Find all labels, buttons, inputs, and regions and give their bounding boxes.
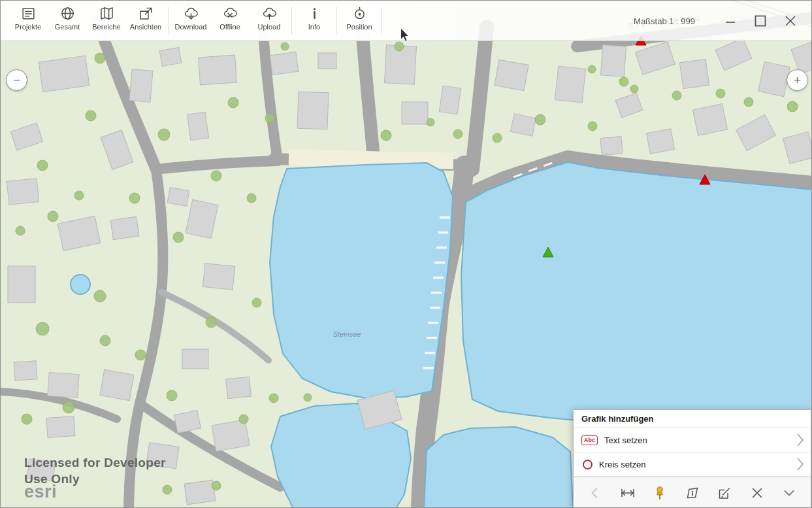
chevron-right-icon (796, 433, 804, 447)
info-icon (306, 5, 323, 22)
grafik-panel: Grafik hinzufügen Abc Text setzen Kreis … (573, 409, 811, 507)
menu-item-kreis-setzen[interactable]: Kreis setzen (574, 452, 811, 477)
zoom-in-glyph: + (794, 73, 801, 88)
polygon-info-button[interactable] (681, 482, 704, 504)
chevron-right-icon (796, 457, 804, 471)
toolbar-button-projekte[interactable]: Projekte (8, 5, 48, 39)
cloud-upload-icon (261, 5, 278, 22)
cloud-download-icon (183, 5, 199, 22)
menu-item-label: Kreis setzen (599, 460, 796, 469)
zoom-out-button[interactable]: − (6, 69, 27, 91)
cloud-offline-icon (222, 5, 238, 22)
toolbar-button-position[interactable]: Position (340, 5, 379, 39)
menu-item-text-setzen[interactable]: Abc Text setzen (574, 428, 811, 452)
zoom-in-button[interactable]: + (787, 69, 808, 91)
menu-item-label: Text setzen (604, 435, 796, 445)
panel-title: Grafik hinzufügen (574, 410, 811, 428)
collapse-button[interactable] (778, 482, 800, 504)
back-icon (587, 485, 603, 501)
toolbar-divider (336, 7, 337, 35)
toolbar-right: Maßstab 1 : 999 (634, 5, 805, 37)
panel-footer-toolbar (574, 477, 811, 508)
edit-icon (717, 485, 732, 501)
toolbar-button-ansichten[interactable]: Ansichten (126, 5, 165, 39)
toolbar-button-bereiche[interactable]: Bereiche (87, 5, 126, 39)
back-button[interactable] (584, 482, 606, 504)
zoom-out-glyph: − (13, 73, 20, 88)
measure-icon (620, 485, 636, 501)
toolbar-button-download[interactable]: Download (171, 5, 210, 39)
toolbar-button-label: Download (175, 23, 207, 31)
top-toolbar: Projekte Gesamt Bereiche Ansichten Downl… (1, 1, 811, 41)
projects-icon (20, 5, 37, 22)
toolbar-button-label: Offline (219, 23, 240, 31)
text-abc-icon: Abc (581, 435, 598, 445)
lake-label: Steinsee (333, 330, 361, 338)
close-x-icon (749, 485, 765, 501)
toolbar-button-info[interactable]: Info (295, 5, 334, 39)
toolbar-divider (291, 7, 292, 35)
edit-button[interactable] (713, 482, 736, 504)
views-icon (138, 5, 154, 22)
circle-outline-icon (583, 460, 593, 469)
toolbar-button-gesamt[interactable]: Gesamt (48, 5, 87, 39)
toolbar-button-label: Projekte (15, 23, 41, 31)
esri-logo: esri (24, 482, 57, 502)
position-icon (351, 5, 368, 22)
toolbar-button-label: Upload (258, 23, 281, 31)
toolbar-button-label: Position (346, 23, 372, 31)
close-button[interactable] (781, 12, 800, 30)
minimize-button[interactable] (721, 12, 739, 30)
map-areas-icon (99, 5, 115, 22)
toolbar-button-label: Ansichten (130, 23, 161, 31)
toolbar-button-label: Bereiche (92, 23, 120, 31)
close-icon (783, 13, 798, 29)
measure-button[interactable] (617, 482, 639, 504)
collapse-icon (781, 485, 797, 501)
maximize-icon (753, 13, 768, 29)
globe-icon (59, 5, 76, 22)
pin-icon (652, 485, 668, 501)
maximize-button[interactable] (751, 12, 770, 30)
polygon-info-icon (685, 485, 700, 501)
minimize-icon (723, 13, 738, 29)
license-line-1: Licensed for Developer (24, 454, 166, 471)
toolbar-button-label: Gesamt (55, 23, 80, 31)
toolbar-divider (168, 7, 169, 35)
scale-label: Maßstab 1 : 999 (634, 16, 695, 26)
delete-button[interactable] (746, 482, 768, 504)
window-controls (721, 12, 800, 30)
toolbar-button-upload[interactable]: Upload (250, 5, 289, 39)
toolbar-button-label: Info (308, 23, 320, 31)
pin-button[interactable] (649, 482, 671, 504)
toolbar-divider (382, 7, 382, 35)
toolbar-button-offline[interactable]: Offline (210, 5, 250, 39)
